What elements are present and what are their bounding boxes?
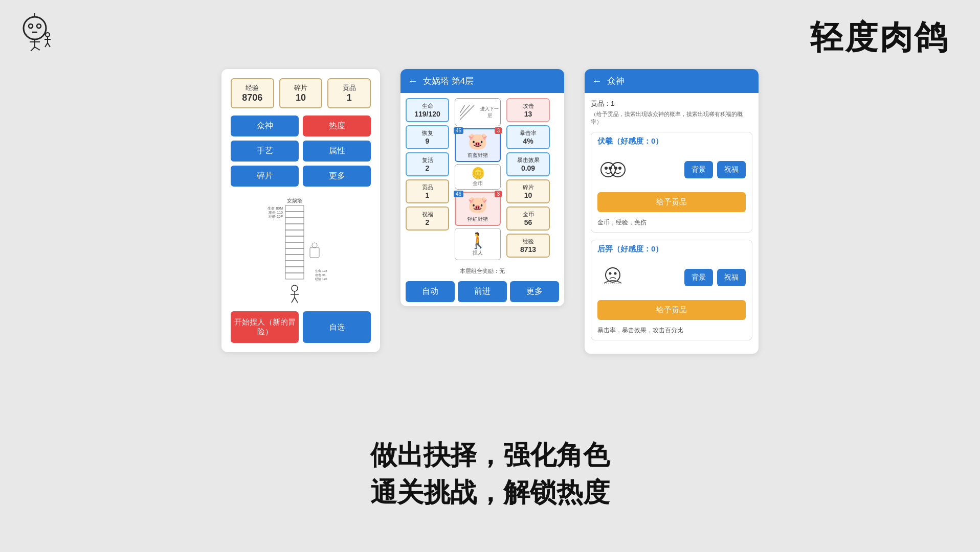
battle-title: 女娲塔 第4层 bbox=[423, 75, 474, 87]
btn-battle-more[interactable]: 更多 bbox=[510, 281, 559, 302]
stat-revive: 复活 2 bbox=[406, 152, 449, 176]
btn-attr[interactable]: 属性 bbox=[303, 141, 371, 162]
monster-badge-count-2: 3 bbox=[495, 191, 502, 197]
btn-give-fuxi-goods[interactable]: 给予贡品 bbox=[597, 192, 746, 212]
btn-heat[interactable]: 热度 bbox=[303, 116, 371, 136]
btn-craft[interactable]: 手艺 bbox=[231, 141, 299, 162]
stat-exp: 经验 8706 bbox=[231, 78, 274, 108]
btn-fuxi-blessing[interactable]: 祝福 bbox=[717, 161, 746, 178]
svg-point-48 bbox=[618, 167, 621, 170]
svg-line-7 bbox=[31, 47, 35, 51]
god-fuxi-buttons: 背景 祝福 bbox=[634, 161, 746, 178]
god-fuxi-goods-row: 给予贡品 bbox=[591, 189, 752, 215]
svg-text:生命 80M: 生命 80M bbox=[268, 206, 283, 210]
btn-fragments[interactable]: 碎片 bbox=[231, 166, 299, 187]
tower-svg: 女娲塔 生命 80M 攻击 110 经验 20F bbox=[255, 196, 347, 304]
btn-more[interactable]: 更多 bbox=[303, 166, 371, 187]
stat-right-exp: 经验 8713 bbox=[506, 234, 550, 258]
gods-content: 贡品：1 （给予贡品，摸索出现该众神的概率，摸索出现稀有积福的概率） 伏羲（好感… bbox=[585, 93, 759, 354]
gods-header: ← 众神 bbox=[585, 69, 759, 93]
svg-text:女娲塔: 女娲塔 bbox=[287, 198, 302, 203]
svg-rect-16 bbox=[285, 212, 304, 218]
app-logo-icon bbox=[15, 10, 56, 51]
god-fuxi-avatar bbox=[597, 154, 628, 185]
btn-fuxi-background[interactable]: 背景 bbox=[684, 161, 713, 178]
next-floor-card[interactable]: 进入下一层 bbox=[455, 98, 501, 126]
svg-point-45 bbox=[605, 167, 608, 170]
battle-header: ← 女娲塔 第4层 bbox=[400, 69, 564, 93]
god-fuxi-title: 伏羲（好感度：0） bbox=[591, 132, 752, 150]
btn-advance[interactable]: 前进 bbox=[458, 281, 507, 302]
stat-blessing: 祝福 2 bbox=[406, 206, 449, 231]
bottom-text: 做出抉择，强化角色 通关挑战，解锁热度 bbox=[370, 436, 610, 511]
combo-text: 本层组合奖励：无 bbox=[400, 265, 564, 277]
monster-badge-level: 46 bbox=[454, 127, 463, 134]
gods-title: 众神 bbox=[607, 75, 625, 87]
btn-gods[interactable]: 众神 bbox=[231, 116, 299, 136]
svg-line-13 bbox=[48, 43, 50, 47]
btn-start-adventure[interactable]: 开始捏人（新的冒险） bbox=[231, 311, 299, 343]
monster-badge-level-2: 46 bbox=[454, 191, 463, 197]
tower-diagram: 女娲塔 生命 80M 攻击 110 经验 20F bbox=[231, 194, 371, 306]
panel-menu: 经验 8706 碎片 10 贡品 1 众神 热度 手艺 属性 碎片 更多 bbox=[221, 69, 380, 352]
stat-gold: 金币 56 bbox=[506, 206, 550, 231]
coin-card: 🪙 金币 bbox=[455, 164, 501, 190]
player-card[interactable]: 🚶 捏人 bbox=[455, 228, 501, 260]
svg-rect-17 bbox=[285, 218, 304, 224]
god-houyi-avatar bbox=[597, 262, 628, 293]
svg-text:攻击 35: 攻击 35 bbox=[315, 273, 326, 277]
stat-hp: 生命 119/120 bbox=[406, 98, 449, 122]
svg-point-51 bbox=[614, 272, 616, 274]
svg-point-50 bbox=[609, 272, 611, 274]
svg-rect-25 bbox=[285, 267, 304, 273]
svg-point-44 bbox=[611, 163, 625, 177]
god-fuxi-rewards: 金币，经验，免伤 bbox=[591, 215, 752, 232]
svg-rect-18 bbox=[285, 224, 304, 230]
monster-emoji-1: 🐷 bbox=[458, 131, 498, 151]
goods-info: 贡品：1 bbox=[591, 99, 752, 108]
bottom-line1: 做出抉择，强化角色 bbox=[370, 436, 610, 474]
monster-red-boar[interactable]: 46 3 🐷 猩红野猪 bbox=[455, 192, 501, 225]
panel-gods: ← 众神 贡品：1 （给予贡品，摸索出现该众神的概率，摸索出现稀有积福的概率） … bbox=[585, 69, 759, 354]
god-houyi-goods-row: 给予贡品 bbox=[591, 297, 752, 323]
svg-point-49 bbox=[606, 268, 620, 282]
stat-fragments: 碎片 10 bbox=[279, 78, 323, 108]
god-houyi-buttons: 背景 祝福 bbox=[634, 269, 746, 286]
menu-buttons: 众神 热度 手艺 属性 碎片 更多 bbox=[231, 116, 371, 187]
player-icon: 🚶 bbox=[457, 232, 498, 249]
btn-custom[interactable]: 自选 bbox=[303, 311, 371, 343]
btn-auto[interactable]: 自动 bbox=[406, 281, 455, 302]
stat-crit-rate: 暴击率 4% bbox=[506, 125, 550, 149]
svg-point-1 bbox=[29, 24, 33, 28]
btn-houyi-blessing[interactable]: 祝福 bbox=[717, 269, 746, 286]
battle-content: 生命 119/120 恢复 9 复活 2 贡品 1 祝福 2 bbox=[400, 93, 564, 265]
bottom-action-buttons: 开始捏人（新的冒险） 自选 bbox=[231, 311, 371, 343]
panel-battle: ← 女娲塔 第4层 生命 119/120 恢复 9 复活 2 贡品 bbox=[400, 69, 564, 306]
app-title: 轻度肉鸽 bbox=[810, 15, 949, 60]
svg-point-2 bbox=[37, 24, 41, 28]
svg-text:经验 120: 经验 120 bbox=[315, 278, 327, 281]
stat-recover: 恢复 9 bbox=[406, 125, 449, 149]
battle-center: 进入下一层 46 3 🐷 前蓝野猪 🪙 金币 46 3 bbox=[452, 98, 503, 260]
bottom-line2: 通关挑战，解锁热度 bbox=[370, 474, 610, 511]
gods-back-button[interactable]: ← bbox=[592, 75, 602, 87]
svg-line-12 bbox=[45, 43, 48, 47]
svg-rect-21 bbox=[285, 242, 304, 248]
stat-tribute: 贡品 1 bbox=[406, 179, 449, 203]
god-houyi-body: 背景 祝福 bbox=[591, 258, 752, 297]
svg-rect-35 bbox=[310, 247, 319, 258]
battle-back-button[interactable]: ← bbox=[408, 75, 418, 87]
svg-point-30 bbox=[292, 285, 298, 291]
btn-houyi-background[interactable]: 背景 bbox=[684, 269, 713, 286]
god-fuxi-section: 伏羲（好感度：0） bbox=[591, 132, 752, 233]
btn-give-houyi-goods[interactable]: 给予贡品 bbox=[597, 300, 746, 320]
svg-line-34 bbox=[295, 297, 298, 303]
battle-buttons: 自动 前进 更多 bbox=[400, 277, 564, 306]
monster-badge-count: 3 bbox=[495, 127, 502, 134]
battle-right-stats: 攻击 13 暴击率 4% 暴击效果 0.09 碎片 10 金币 56 bbox=[506, 98, 550, 260]
svg-line-8 bbox=[35, 47, 40, 50]
svg-line-40 bbox=[460, 105, 474, 120]
battle-left-stats: 生命 119/120 恢复 9 复活 2 贡品 1 祝福 2 bbox=[406, 98, 449, 260]
monster-blue-boar[interactable]: 46 3 🐷 前蓝野猪 bbox=[455, 128, 501, 162]
svg-rect-22 bbox=[285, 248, 304, 255]
